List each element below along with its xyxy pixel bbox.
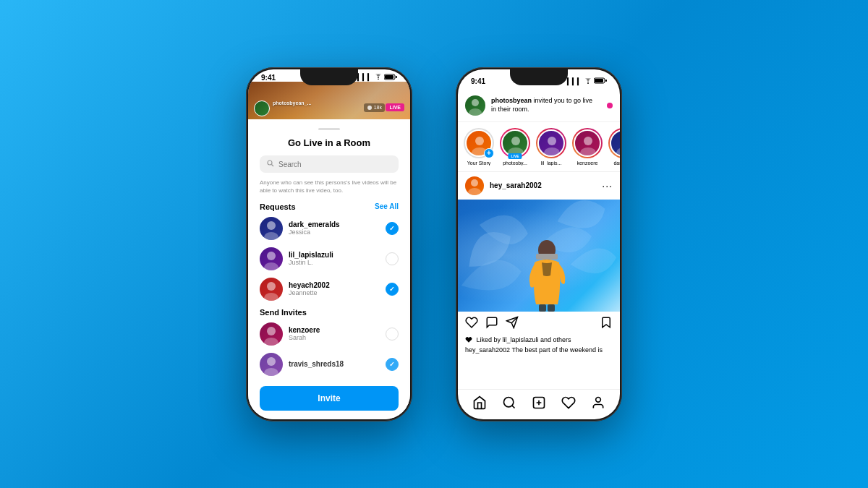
story-ring-dark-e	[608, 128, 620, 158]
status-icons-2: ▎▎▎	[567, 77, 607, 85]
svg-point-30	[580, 147, 596, 157]
story-item-your-story[interactable]: + Your Story	[464, 128, 494, 166]
svg-point-13	[267, 327, 276, 335]
see-all-button[interactable]: See All	[375, 202, 399, 210]
request-row-1: dark_emeralds Jessica	[260, 217, 399, 240]
svg-point-9	[267, 252, 276, 260]
svg-rect-2	[385, 75, 393, 79]
notif-avatar	[465, 95, 485, 116]
story-ring-lil-lapis	[536, 128, 566, 158]
wifi-icon-2	[584, 78, 592, 85]
check-kenzoere[interactable]	[386, 328, 399, 341]
user-name: Justin L.	[289, 259, 380, 266]
svg-point-16	[264, 368, 278, 376]
user-info-travis: travis_shreds18	[289, 360, 380, 368]
notch-2	[510, 69, 568, 85]
sheet-handle	[318, 128, 340, 130]
story-label-lil-lapis: lil_lapis...	[541, 160, 562, 166]
request-row-3: heyach2002 Jeannette	[260, 278, 399, 301]
comment-button[interactable]	[485, 316, 498, 332]
battery-icon	[384, 74, 397, 82]
invites-label: Send Invites	[260, 308, 307, 317]
share-button[interactable]	[506, 316, 519, 332]
nav-profile[interactable]	[591, 395, 605, 414]
live-username: photosbyean_...	[273, 100, 311, 106]
hint-text: Anyone who can see this persons's live v…	[260, 179, 399, 194]
svg-point-29	[584, 137, 592, 145]
user-info-kenzoere: kenzoere Sarah	[289, 326, 380, 341]
svg-point-11	[267, 282, 276, 291]
notch-1	[300, 69, 358, 85]
svg-point-34	[468, 188, 481, 195]
user-name: Jessica	[289, 228, 380, 236]
svg-point-8	[264, 232, 278, 240]
nav-home[interactable]	[472, 395, 487, 414]
more-options-button[interactable]: ···	[602, 180, 613, 192]
post-username: hey_sarah2002	[490, 181, 596, 189]
nav-add[interactable]	[532, 395, 546, 414]
svg-line-42	[512, 405, 515, 408]
svg-point-14	[264, 338, 278, 346]
svg-point-28	[544, 147, 560, 157]
svg-rect-37	[539, 304, 546, 312]
story-item-kenzoere[interactable]: kenzoere	[572, 128, 603, 166]
stories-row: + Your Story LIVE photosby...	[458, 122, 620, 172]
user-info-lil-lapis: lil_lapislazuli Justin L.	[289, 251, 380, 266]
svg-rect-20	[605, 80, 607, 82]
post-person	[522, 232, 572, 312]
story-label-photosby: photosby...	[503, 160, 527, 166]
svg-rect-3	[396, 76, 397, 78]
story-ring-photosby: LIVE	[500, 128, 530, 158]
nav-search[interactable]	[502, 395, 516, 414]
story-item-dark-e[interactable]: dark_e...	[608, 128, 620, 166]
user-handle: travis_shreds18	[289, 360, 380, 368]
like-button[interactable]	[465, 316, 478, 332]
invite-row-2: travis_shreds18	[260, 353, 399, 376]
bottom-nav	[458, 389, 620, 419]
svg-point-22	[469, 108, 482, 116]
live-indicator-dot	[607, 103, 613, 108]
story-item-lil-lapis[interactable]: lil_lapis...	[536, 128, 566, 166]
search-box[interactable]	[260, 155, 399, 173]
battery-icon-2	[594, 77, 607, 85]
live-background: photosbyean_... LIVE 18k	[248, 82, 410, 120]
story-ring-kenzoere	[572, 128, 603, 158]
check-heyach[interactable]	[386, 283, 399, 296]
feed-content: hey_sarah2002 ···	[458, 172, 620, 389]
live-story-badge: LIVE	[508, 153, 522, 159]
signal-icon: ▎▎▎	[357, 74, 373, 81]
check-travis[interactable]	[386, 358, 399, 371]
svg-point-17	[587, 82, 589, 83]
user-name: Sarah	[289, 334, 380, 341]
time-1: 9:41	[261, 74, 276, 82]
live-badge: LIVE	[386, 103, 404, 111]
nav-heart[interactable]	[561, 395, 576, 414]
user-info-dark-emeralds: dark_emeralds Jessica	[289, 221, 380, 236]
notification-bar: photosbyean invited you to go live in th…	[458, 90, 620, 122]
search-icon	[267, 160, 274, 168]
svg-point-46	[595, 397, 600, 402]
svg-point-15	[267, 357, 276, 366]
svg-point-12	[264, 293, 278, 301]
phone-2: 9:41 ▎▎▎ photosbyean invited you to go l…	[456, 67, 622, 421]
user-avatar-travis	[260, 353, 283, 376]
bookmark-button[interactable]	[600, 316, 613, 332]
svg-point-27	[548, 137, 556, 145]
search-input[interactable]	[278, 160, 391, 168]
user-avatar-heyach	[260, 278, 283, 301]
story-item-photosby[interactable]: LIVE photosby...	[500, 128, 530, 166]
user-handle: lil_lapislazuli	[289, 251, 380, 259]
invite-button[interactable]: Invite	[260, 386, 399, 411]
post-header: hey_sarah2002 ···	[458, 172, 620, 200]
svg-rect-36	[536, 254, 558, 260]
story-label-dark-e: dark_e...	[613, 160, 620, 166]
signal-icon-2: ▎▎▎	[567, 78, 582, 85]
post-image	[458, 200, 620, 312]
post-avatar	[465, 176, 484, 195]
svg-point-33	[471, 179, 478, 187]
wifi-icon	[375, 74, 382, 81]
check-lil-lapis[interactable]	[386, 252, 399, 265]
svg-point-0	[378, 79, 379, 80]
check-dark-emeralds[interactable]	[386, 222, 399, 235]
user-avatar-dark-emeralds	[260, 217, 283, 240]
